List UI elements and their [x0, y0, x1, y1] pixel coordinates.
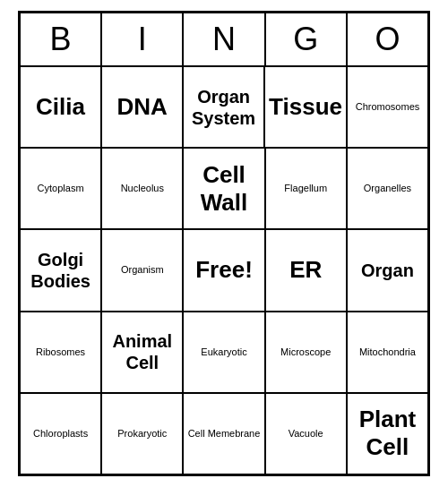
cell-text-4-0: Chloroplasts	[33, 428, 88, 440]
bingo-cell-0-2: Organ System	[183, 66, 264, 148]
bingo-cell-3-0: Ribosomes	[20, 312, 101, 393]
bingo-cell-0-0: Cilia	[20, 66, 101, 148]
cell-text-0-4: Chromosomes	[356, 101, 420, 113]
bingo-cell-1-2: Cell Wall	[183, 148, 264, 229]
bingo-cell-2-0: Golgi Bodies	[20, 229, 101, 311]
bingo-cell-4-4: Plant Cell	[347, 393, 428, 474]
cell-text-0-0: Cilia	[36, 93, 85, 121]
cell-text-1-2: Cell Wall	[187, 161, 260, 217]
bingo-cell-1-0: Cytoplasm	[20, 148, 101, 229]
cell-text-1-3: Flagellum	[284, 183, 327, 194]
bingo-row-1: CytoplasmNucleolusCell WallFlagellumOrga…	[20, 148, 428, 229]
bingo-row-3: RibosomesAnimal CellEukaryoticMicroscope…	[20, 312, 428, 393]
bingo-card: BINGO CiliaDNAOrgan SystemTissueChromoso…	[18, 11, 430, 476]
cell-text-3-1: Animal Cell	[106, 330, 178, 373]
bingo-cell-3-4: Mitochondria	[347, 312, 428, 393]
header-letter-g: G	[265, 13, 347, 66]
cell-text-3-4: Mitochondria	[359, 346, 416, 358]
bingo-cell-4-3: Vacuole	[265, 393, 347, 474]
bingo-cell-4-1: Prokaryotic	[101, 393, 183, 474]
cell-text-0-1: DNA	[116, 93, 167, 121]
cell-text-4-3: Vacuole	[289, 428, 323, 440]
cell-text-1-1: Nucleolus	[121, 183, 164, 194]
bingo-cell-1-4: Organelles	[347, 148, 428, 229]
bingo-cell-4-0: Chloroplasts	[20, 393, 101, 474]
bingo-cell-2-2: Free!	[183, 229, 264, 311]
bingo-cell-2-1: Organism	[101, 229, 183, 311]
bingo-cell-3-3: Microscope	[265, 312, 347, 393]
header-letter-n: N	[183, 13, 264, 66]
bingo-cell-3-2: Eukaryotic	[183, 312, 264, 393]
bingo-cell-4-2: Cell Memebrane	[183, 393, 264, 474]
header-letter-i: I	[101, 13, 183, 66]
header-letter-b: B	[20, 13, 101, 66]
bingo-cell-3-1: Animal Cell	[101, 312, 183, 393]
cell-text-2-4: Organ	[361, 260, 414, 281]
bingo-cell-0-1: DNA	[101, 66, 183, 148]
cell-text-2-0: Golgi Bodies	[24, 249, 97, 292]
bingo-cell-0-3: Tissue	[264, 66, 347, 148]
cell-text-1-0: Cytoplasm	[38, 183, 84, 194]
cell-text-0-3: Tissue	[269, 93, 342, 121]
cell-text-2-1: Organism	[121, 264, 164, 276]
cell-text-3-2: Eukaryotic	[201, 346, 246, 358]
cell-text-3-0: Ribosomes	[36, 346, 85, 358]
cell-text-4-2: Cell Memebrane	[188, 428, 261, 440]
bingo-row-0: CiliaDNAOrgan SystemTissueChromosomes	[20, 66, 428, 148]
cell-text-4-4: Plant Cell	[351, 406, 424, 461]
bingo-row-4: ChloroplastsProkaryoticCell MemebraneVac…	[20, 393, 428, 474]
bingo-row-2: Golgi BodiesOrganismFree!EROrgan	[20, 229, 428, 311]
cell-text-3-3: Microscope	[280, 346, 331, 358]
cell-text-2-2: Free!	[195, 256, 253, 284]
header-letter-o: O	[347, 13, 428, 66]
bingo-cell-2-4: Organ	[347, 229, 428, 311]
bingo-cell-1-3: Flagellum	[265, 148, 347, 229]
cell-text-2-3: ER	[289, 256, 322, 284]
cell-text-0-2: Organ System	[187, 86, 260, 129]
bingo-cell-2-3: ER	[265, 229, 347, 311]
cell-text-1-4: Organelles	[364, 183, 411, 194]
cell-text-4-1: Prokaryotic	[117, 428, 167, 440]
bingo-cell-1-1: Nucleolus	[101, 148, 183, 229]
bingo-grid: CiliaDNAOrgan SystemTissueChromosomesCyt…	[20, 66, 428, 474]
bingo-cell-0-4: Chromosomes	[347, 66, 428, 148]
bingo-header: BINGO	[20, 13, 428, 66]
